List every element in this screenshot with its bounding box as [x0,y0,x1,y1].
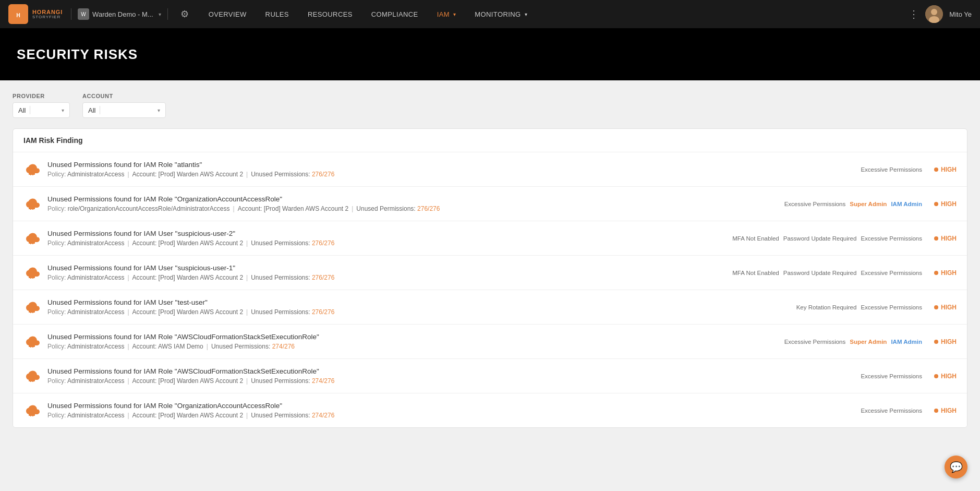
risk-tag: Super Admin [850,339,887,345]
severity-badge: HIGH [929,235,957,242]
table-row[interactable]: Unused Permissions found for IAM Role "A… [13,359,967,393]
severity-badge: HIGH [929,269,957,277]
account-caret: ▾ [158,107,160,113]
workspace-selector[interactable]: W Warden Demo - M... ▾ [71,8,168,20]
risk-title: Unused Permissions found for IAM Role "A… [47,333,777,341]
cloud-icon [23,299,40,316]
table-row[interactable]: Unused Permissions found for IAM User "s… [13,256,967,290]
provider-label: PROVIDER [13,93,70,99]
risk-tags: Excessive Permissions [861,166,922,173]
provider-select[interactable]: All ▾ [13,102,70,118]
settings-icon[interactable]: ⚙ [174,8,195,20]
risk-title: Unused Permissions found for IAM User "s… [47,230,725,237]
risk-tag: MFA Not Enabled [732,235,779,242]
svg-rect-25 [29,379,35,381]
nav-monitoring[interactable]: MONITORING ▾ [465,0,537,28]
nav-resources[interactable]: RESOURCES [298,0,362,28]
severity-badge: HIGH [929,166,957,173]
nav-iam[interactable]: IAM ▾ [428,0,466,28]
table-row[interactable]: Unused Permissions found for IAM Role "O… [13,393,967,427]
svg-rect-27 [32,380,33,382]
risk-tag: Excessive Permissions [784,201,846,207]
username: Mito Ye [949,10,972,18]
account-label: ACCOUNT [82,93,166,99]
severity-dot [934,409,938,413]
workspace-icon: W [78,8,89,20]
select-divider [30,106,30,114]
svg-rect-10 [29,207,35,209]
table-row[interactable]: Unused Permissions found for IAM Role "O… [13,187,967,221]
avatar[interactable] [925,5,943,23]
severity-badge: HIGH [929,200,957,208]
nav-overview[interactable]: OVERVIEW [199,0,256,28]
risk-tag: Super Admin [850,201,887,207]
svg-rect-14 [30,242,31,244]
account-select[interactable]: All ▾ [82,102,166,118]
table-row[interactable]: Unused Permissions found for IAM User "t… [13,290,967,325]
risk-info: Unused Permissions found for IAM User "s… [47,230,725,247]
workspace-name: Warden Demo - M... [92,10,153,18]
risk-meta: Policy: AdministratorAccess|Account: AWS… [47,343,777,350]
table-row[interactable]: Unused Permissions found for IAM Role "A… [13,325,967,359]
table-header: IAM Risk Finding [13,129,967,152]
risk-title: Unused Permissions found for IAM User "s… [47,264,725,272]
logo-storyfier: STORYFIER [32,15,63,20]
nav-rules[interactable]: RULES [256,0,298,28]
svg-rect-29 [30,414,31,416]
svg-rect-20 [30,311,31,313]
chat-button[interactable]: 💬 [945,456,967,478]
svg-rect-12 [32,208,33,210]
filters: PROVIDER All ▾ ACCOUNT All ▾ [13,93,967,118]
severity-label: HIGH [941,407,957,414]
risk-tag: IAM Admin [891,339,922,345]
risk-tag: Excessive Permissions [861,166,922,173]
svg-rect-8 [30,173,31,175]
nav-right: ⋮ Mito Ye [909,5,972,23]
severity-dot [934,236,938,241]
risk-tag: Password Update Required [783,235,857,242]
risk-tags: Excessive Permissions [861,408,922,414]
risk-tag: Excessive Permissions [861,235,922,242]
severity-label: HIGH [941,269,957,277]
risk-rows: Unused Permissions found for IAM Role "a… [13,152,967,427]
svg-point-5 [931,9,937,15]
svg-rect-24 [32,345,33,348]
main-content: PROVIDER All ▾ ACCOUNT All ▾ IAM Risk Fi… [0,80,980,446]
risk-info: Unused Permissions found for IAM Role "A… [47,367,853,385]
risk-tag: Excessive Permissions [861,304,922,310]
svg-rect-13 [29,241,35,244]
cloud-icon [23,230,40,247]
account-select-divider [100,106,100,114]
page-title: SECURITY RISKS [17,46,138,63]
risk-meta: Policy: AdministratorAccess|Account: [Pr… [47,239,725,247]
severity-badge: HIGH [929,338,957,345]
table-row[interactable]: Unused Permissions found for IAM Role "a… [13,152,967,187]
risk-info: Unused Permissions found for IAM Role "A… [47,333,777,350]
risk-title: Unused Permissions found for IAM Role "O… [47,402,853,410]
severity-dot [934,271,938,275]
svg-rect-23 [30,345,31,348]
svg-rect-17 [30,277,31,279]
svg-text:H: H [16,13,20,18]
risk-info: Unused Permissions found for IAM User "t… [47,298,789,316]
hero-section: SECURITY RISKS [0,28,980,80]
table-row[interactable]: Unused Permissions found for IAM User "s… [13,221,967,256]
logo[interactable]: H HORANGI STORYFIER [8,4,63,24]
risk-title: Unused Permissions found for IAM Role "O… [47,195,777,203]
risk-tag: Excessive Permissions [861,270,922,276]
risk-meta: Policy: AdministratorAccess|Account: [Pr… [47,171,853,178]
svg-rect-11 [30,208,31,210]
nav-compliance[interactable]: COMPLIANCE [362,0,428,28]
svg-rect-15 [32,242,33,244]
risk-meta: Policy: AdministratorAccess|Account: [Pr… [47,274,725,281]
cloud-icon [23,265,40,281]
risk-tags: Excessive PermissionsSuper AdminIAM Admi… [784,201,922,207]
more-options-icon[interactable]: ⋮ [909,8,919,20]
risk-tags: MFA Not EnabledPassword Update RequiredE… [732,235,922,242]
severity-label: HIGH [941,200,957,208]
cloud-icon [23,161,40,178]
risk-info: Unused Permissions found for IAM Role "a… [47,161,853,178]
risk-tag: Password Update Required [783,270,857,276]
navbar: H HORANGI STORYFIER W Warden Demo - M...… [0,0,980,28]
svg-rect-21 [32,311,33,313]
